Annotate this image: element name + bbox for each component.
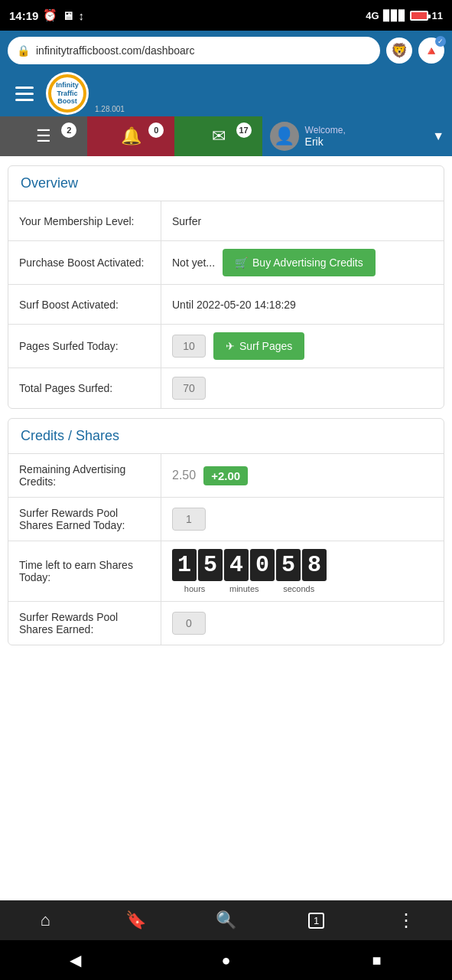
search-nav-button[interactable]: 🔍 — [206, 900, 246, 940]
surf-icon: ✈ — [226, 340, 235, 352]
surf-boost-row: Surf Boost Activated: Until 2022-05-20 1… — [8, 285, 444, 325]
android-nav: ◀ ● ■ — [0, 940, 452, 980]
credit-number: 2.50 — [172, 469, 196, 482]
hamburger-menu-button[interactable] — [8, 77, 41, 110]
main-content: Overview Your Membership Level: Surfer P… — [0, 156, 452, 900]
version-text: 1.28.001 — [95, 105, 125, 116]
total-pages-value: 70 — [161, 368, 444, 408]
buy-advertising-credits-button[interactable]: 🛒 Buy Advertising Credits — [223, 249, 376, 276]
countdown-digit-4: 0 — [250, 549, 275, 581]
status-bar-right: 4G ▊▊▊ 11 — [366, 10, 443, 21]
search-icon: 🔍 — [216, 910, 236, 930]
remaining-credits-value: 2.50 +2.00 — [161, 454, 444, 497]
android-home-button[interactable]: ● — [207, 941, 246, 979]
mail-icon: ✉ — [212, 126, 226, 146]
shares-earned-today-row: Surfer Rewards Pool Shares Earned Today:… — [8, 498, 444, 541]
hamburger-lines — [15, 87, 34, 101]
status-time: 14:19 — [9, 9, 38, 22]
back-button[interactable]: ◀ — [57, 941, 95, 979]
overview-title: Overview — [21, 175, 78, 191]
overview-card-header: Overview — [8, 166, 444, 201]
cart-icon: ☰ — [36, 126, 51, 146]
countdown-digit-6: 8 — [302, 549, 327, 581]
android-home-icon: ● — [221, 952, 230, 969]
bookmark-nav-button[interactable]: 🔖 — [115, 900, 155, 940]
countdown-digits: 1 5 4 0 5 8 — [172, 549, 327, 581]
battery-icon — [410, 11, 428, 21]
seconds-label: seconds — [283, 584, 314, 593]
countdown-digit-5: 5 — [276, 549, 301, 581]
purchase-boost-row: Purchase Boost Activated: Not yet... 🛒 B… — [8, 241, 444, 285]
membership-label: Your Membership Level: — [8, 201, 161, 240]
back-icon: ◀ — [70, 951, 81, 969]
cart-btn-icon: 🛒 — [235, 256, 248, 269]
cart-badge: 2 — [61, 122, 76, 138]
logo-ring: InfinityTrafficBoost — [48, 74, 86, 113]
shares-total-value: 0 — [161, 602, 444, 645]
time-left-row: Time left to earn Shares Today: 1 5 4 0 … — [8, 541, 444, 602]
shares-earned-today-value: 1 — [161, 498, 444, 541]
user-nav[interactable]: 👤 Welcome, Erik ▼ — [262, 116, 452, 156]
credit-bonus-badge: +2.00 — [203, 466, 248, 485]
url-bar: 🔒 infinitytrafficboost.com/dashboarc 🦁 🔺… — [0, 31, 452, 70]
home-icon: ⌂ — [40, 910, 50, 930]
extension-icon[interactable]: 🔺 ✓ — [418, 38, 444, 64]
mail-badge: 17 — [236, 122, 252, 138]
user-name: Erik — [305, 136, 346, 149]
bell-badge: 0 — [148, 122, 164, 138]
nav-bar: ☰ 2 🔔 0 ✉ 17 👤 Welcome, Erik ▼ — [0, 116, 452, 156]
credits-shares-title: Credits / Shares — [21, 428, 119, 443]
shares-earned-today-label: Surfer Rewards Pool Shares Earned Today: — [8, 498, 161, 541]
pages-surfed-today-value: 10 ✈ Surf Pages — [161, 325, 444, 368]
total-pages-label: Total Pages Surfed: — [8, 368, 161, 408]
credits-shares-card-header: Credits / Shares — [8, 419, 444, 454]
surf-boost-value: Until 2022-05-20 14:18:29 — [161, 285, 444, 324]
lock-icon: 🔒 — [17, 44, 30, 57]
menu-dots-icon: ⋮ — [397, 910, 416, 931]
shares-count: 1 — [172, 508, 206, 531]
credits-shares-card: Credits / Shares Remaining Advertising C… — [8, 418, 444, 645]
time-left-value: 1 5 4 0 5 8 hours minutes seconds — [161, 541, 444, 601]
brave-icon[interactable]: 🦁 — [386, 38, 412, 64]
shares-total-label: Surfer Rewards Pool Shares Earned: — [8, 602, 161, 645]
time-left-label: Time left to earn Shares Today: — [8, 541, 161, 601]
surf-boost-label: Surf Boost Activated: — [8, 285, 161, 324]
cart-nav-item[interactable]: ☰ 2 — [0, 116, 87, 156]
remaining-credits-row: Remaining Advertising Credits: 2.50 +2.0… — [8, 454, 444, 498]
signal-icon: ▊▊▊ — [383, 10, 406, 21]
avatar: 👤 — [270, 122, 299, 151]
countdown-digit-1: 1 — [172, 549, 197, 581]
bell-icon: 🔔 — [121, 126, 141, 146]
ext-badge: ✓ — [435, 36, 446, 47]
home-nav-button[interactable]: ⌂ — [25, 900, 65, 940]
bell-nav-item[interactable]: 🔔 0 — [87, 116, 174, 156]
hours-label: hours — [184, 584, 206, 593]
battery-level: 11 — [432, 10, 443, 21]
total-pages-row: Total Pages Surfed: 70 — [8, 368, 444, 408]
countdown-labels: hours minutes seconds — [172, 584, 327, 593]
pages-surfed-today-row: Pages Surfed Today: 10 ✈ Surf Pages — [8, 325, 444, 368]
shares-total-row: Surfer Rewards Pool Shares Earned: 0 — [8, 602, 444, 645]
recents-icon: ■ — [372, 952, 381, 969]
url-text: infinitytrafficboost.com/dashboarc — [36, 44, 195, 57]
tab-nav-button[interactable]: 1 — [297, 900, 337, 940]
pages-surfed-today-label: Pages Surfed Today: — [8, 325, 161, 368]
mail-nav-item[interactable]: ✉ 17 — [174, 116, 262, 156]
chevron-down-icon: ▼ — [432, 129, 444, 143]
shares-total-count: 0 — [172, 612, 206, 635]
url-input[interactable]: 🔒 infinitytrafficboost.com/dashboarc — [8, 37, 380, 64]
menu-nav-button[interactable]: ⋮ — [387, 900, 427, 940]
countdown-digit-3: 4 — [224, 549, 249, 581]
recents-button[interactable]: ■ — [358, 941, 396, 979]
welcome-text: Welcome, — [305, 125, 346, 136]
browser-bottom-nav: ⌂ 🔖 🔍 1 ⋮ — [0, 900, 452, 940]
overview-card: Overview Your Membership Level: Surfer P… — [8, 165, 444, 409]
tab-count-icon: 1 — [308, 913, 324, 929]
logo-text: InfinityTrafficBoost — [56, 81, 79, 106]
status-bar: 14:19 ⏰ 🖥 ↕ 4G ▊▊▊ 11 — [0, 0, 452, 31]
countdown-display: 1 5 4 0 5 8 hours minutes seconds — [172, 549, 327, 593]
surf-pages-button[interactable]: ✈ Surf Pages — [213, 332, 304, 360]
alarm-icon: ⏰ — [43, 8, 57, 22]
purchase-boost-value: Not yet... 🛒 Buy Advertising Credits — [161, 241, 444, 284]
minutes-label: minutes — [229, 584, 259, 593]
